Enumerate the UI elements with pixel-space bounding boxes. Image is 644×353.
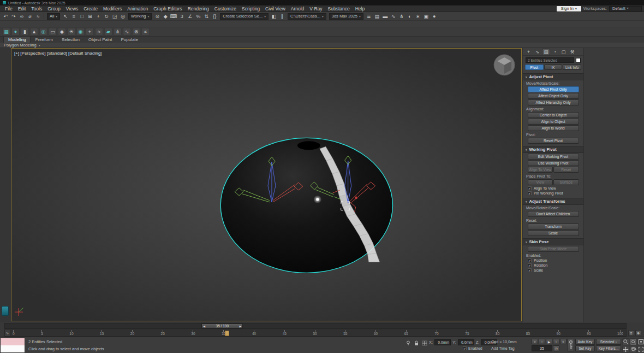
create-tab-icon[interactable]: +	[524, 49, 533, 55]
cylinder-primitive-icon[interactable]: ▮	[21, 28, 29, 36]
menu-item[interactable]: Modifiers	[100, 6, 124, 11]
hierarchy-mode-button[interactable]: IK	[544, 64, 563, 70]
select-and-scale-icon[interactable]: ◲	[111, 13, 118, 20]
window-crossing-icon[interactable]: ⊞	[86, 13, 94, 20]
menu-item[interactable]: File	[2, 6, 15, 11]
material-editor-icon[interactable]: ◐	[406, 13, 414, 20]
rollout-header-adjust-pivot[interactable]: ▾ Adjust Pivot	[523, 73, 583, 80]
undo-icon[interactable]: ↶	[2, 13, 9, 20]
object-color-swatch[interactable]	[576, 58, 581, 63]
rollout-header-working-pivot[interactable]: ▾ Working Pivot	[523, 146, 583, 153]
use-working-pivot-button[interactable]: Use Working Pivot	[528, 160, 579, 166]
reset-transform-button[interactable]: Transform	[528, 223, 579, 230]
render-setup-icon[interactable]: ∗	[414, 13, 422, 20]
select-and-link-icon[interactable]: ∞	[18, 13, 26, 20]
motion-path-icon[interactable]: ∿	[123, 28, 131, 36]
menu-item[interactable]: Views	[63, 6, 81, 11]
time-configuration-button[interactable]: ◷	[553, 345, 559, 351]
place-pivot-view-button[interactable]: View	[528, 179, 553, 185]
edit-named-selection-sets-icon[interactable]: {}	[211, 13, 218, 20]
percent-snap-icon[interactable]: %	[194, 13, 202, 20]
use-center-icon[interactable]: ⊙	[153, 13, 161, 20]
rotation-checkbox[interactable]: ✓ Rotation	[523, 263, 583, 268]
isolate-selection-icon[interactable]	[405, 340, 412, 346]
helper-object-icon[interactable]: +	[86, 28, 94, 36]
select-and-rotate-icon[interactable]: ↻	[103, 13, 110, 20]
align-to-view-checkbox[interactable]: ✓ Align To View	[523, 186, 583, 191]
layer-explorer-icon[interactable]: ▤	[373, 13, 381, 20]
menu-item[interactable]: Arnold	[288, 6, 307, 11]
curve-editor-icon[interactable]: ∿	[390, 13, 397, 20]
menu-item[interactable]: V-Ray	[307, 6, 325, 11]
menu-item[interactable]: Help	[353, 6, 367, 11]
absolute-offset-mode-icon[interactable]	[421, 340, 428, 346]
biped-tool-icon[interactable]: ⋔	[114, 28, 122, 36]
view-cube[interactable]	[494, 55, 515, 75]
dont-affect-children-button[interactable]: Don't Affect Children	[528, 211, 579, 217]
auto-key-button[interactable]: Auto Key	[575, 339, 595, 345]
select-object-icon[interactable]: ↖	[62, 13, 69, 20]
edit-working-pivot-button[interactable]: Edit Working Pivot	[528, 154, 579, 160]
viewport-label[interactable]: [+] [Perspective] [Standard] [Default Sh…	[14, 51, 102, 56]
reference-coordinate-system-dropdown[interactable]: Working ▾	[128, 13, 152, 20]
ribbon-tab[interactable]: Modeling	[3, 36, 31, 43]
ribbon-tab[interactable]: Freeform	[31, 37, 57, 43]
align-to-view-button[interactable]: Align To View	[528, 167, 553, 173]
ribbon-tab[interactable]: Selection	[57, 37, 84, 43]
polygon-modeling-panel-header[interactable]: Polygon Modeling ▾	[0, 43, 644, 48]
rollout-button[interactable]: Affect Pivot Only	[528, 86, 579, 92]
plane-primitive-icon[interactable]: ▭	[49, 28, 57, 36]
listener-line[interactable]	[1, 345, 25, 352]
menu-item[interactable]: Animation	[124, 6, 151, 11]
rollout-button[interactable]: Affect Object Only	[528, 93, 579, 99]
pan-icon[interactable]	[622, 346, 629, 353]
set-keys-button[interactable]	[568, 339, 574, 351]
selection-filter-dropdown[interactable]: All ▾	[47, 13, 60, 20]
sphere-primitive-icon[interactable]: ●	[11, 28, 20, 36]
constraint-tool-icon[interactable]: ⊗	[132, 28, 140, 36]
render-production-icon[interactable]: ●	[431, 13, 438, 20]
key-mode-dropdown[interactable]: Selected ▾	[596, 339, 621, 345]
perspective-viewport[interactable]: [+] [Perspective] [Standard] [Default Sh…	[11, 48, 522, 321]
zoom-extents-icon[interactable]	[637, 338, 644, 345]
select-by-name-icon[interactable]: ≡	[70, 13, 77, 20]
schematic-view-icon[interactable]: ⋔	[398, 13, 406, 20]
rollout-button[interactable]: Align to Object	[528, 119, 579, 125]
place-pivot-surface-button[interactable]: Surface	[553, 179, 579, 185]
snaps-toggle-icon[interactable]: 3	[178, 13, 186, 20]
menu-item[interactable]: Graph Editors	[151, 6, 184, 11]
workspace-dropdown[interactable]: Default ▾	[609, 6, 642, 11]
wire-parameters-icon[interactable]: ∝	[141, 28, 150, 36]
x-coordinate-field[interactable]: 0,0mm	[434, 339, 451, 345]
modify-tab-icon[interactable]: ∿	[533, 49, 541, 55]
track-bar[interactable]: ∿ 05101520253035404550556065707580859095…	[4, 330, 627, 337]
rendered-frame-window-icon[interactable]: ▣	[422, 13, 430, 20]
cone-primitive-icon[interactable]: ▲	[30, 28, 38, 36]
named-selection-sets-dropdown[interactable]: Create Selection Se... ▾	[220, 13, 269, 20]
menu-item[interactable]: Create	[81, 6, 100, 11]
next-frame-button[interactable]: ›	[553, 339, 559, 344]
viewport-canvas[interactable]	[11, 49, 521, 321]
set-key-button[interactable]: Set Key	[575, 345, 595, 351]
hierarchy-mode-button[interactable]: Link Info	[563, 64, 581, 70]
select-and-place-icon[interactable]: ◎	[119, 13, 127, 20]
mirror-icon[interactable]: ◧	[270, 13, 278, 20]
menu-item[interactable]: Tools	[28, 6, 45, 11]
track-bar-zoom-button[interactable]: ⊕	[635, 330, 641, 336]
menu-item[interactable]: Customize	[212, 6, 239, 11]
light-object-icon[interactable]: ☀	[67, 28, 75, 36]
rollout-button[interactable]: Center to Object	[528, 112, 579, 118]
current-frame-field[interactable]: 35	[532, 345, 552, 351]
zoom-all-icon[interactable]	[630, 338, 637, 345]
hierarchy-tab-icon[interactable]: ▤	[542, 49, 550, 55]
maxscript-mini-listener[interactable]	[0, 338, 25, 353]
previous-frame-arrow-icon[interactable]: ◀	[203, 325, 205, 328]
play-button[interactable]: ▶	[546, 339, 552, 344]
go-to-start-button[interactable]: «	[532, 339, 538, 344]
skin-pose-mode-button[interactable]: Skin Pose Mode	[528, 246, 579, 252]
orbit-icon[interactable]	[630, 346, 637, 353]
spinner-snap-icon[interactable]: ⇅	[202, 13, 210, 20]
previous-frame-button[interactable]: ‹	[539, 339, 545, 344]
selection-lock-icon[interactable]	[413, 340, 420, 346]
viewport-layout-tab[interactable]	[2, 306, 9, 316]
